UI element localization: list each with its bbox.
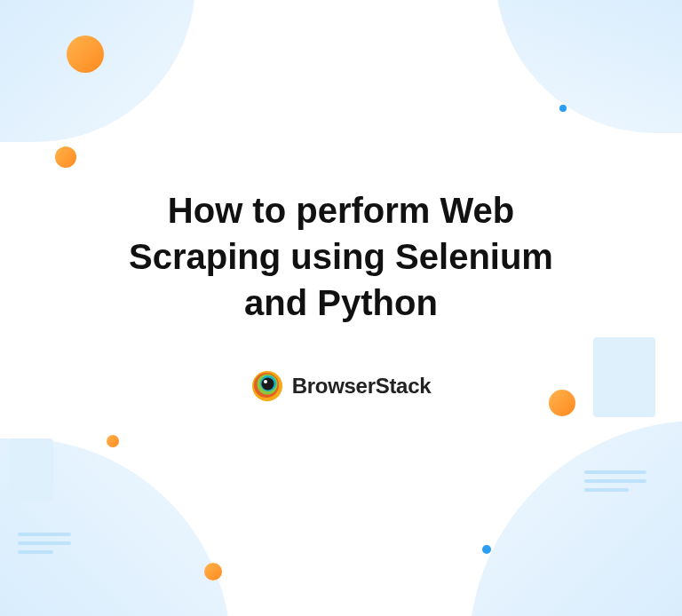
brand-row: BrowserStack [251,370,431,402]
svg-point-5 [264,380,267,383]
brand-name: BrowserStack [292,374,431,399]
browserstack-logo-icon [251,370,283,402]
svg-point-4 [261,378,274,391]
page-title: How to perform Web Scraping using Seleni… [92,187,590,326]
main-content: How to perform Web Scraping using Seleni… [0,0,682,616]
